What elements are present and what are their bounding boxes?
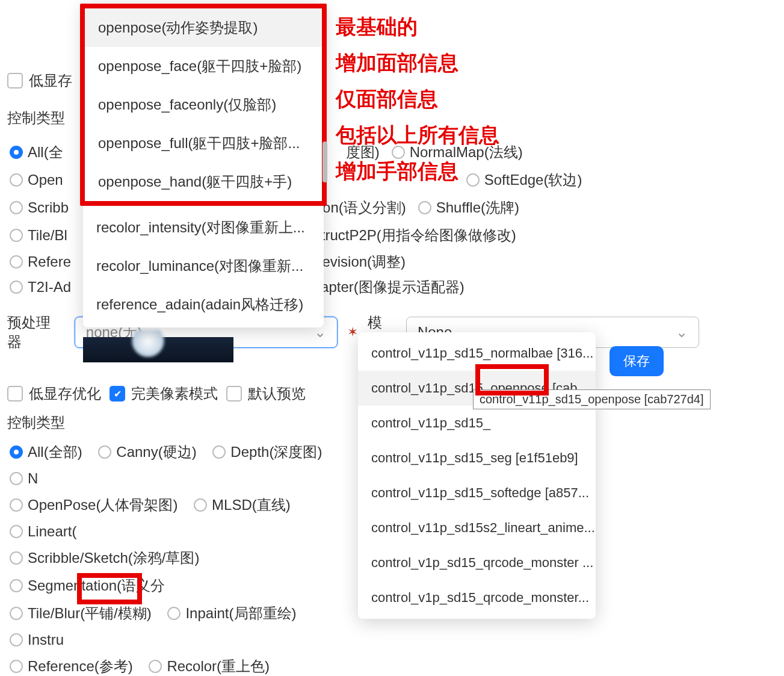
- radio-label: Shuffle(洗牌): [436, 198, 519, 217]
- dropdown-item[interactable]: control_v1p_sd15_qrcode_monster...: [358, 580, 596, 615]
- radio-label: Instru: [28, 631, 64, 648]
- spark-icon[interactable]: ✶: [347, 324, 358, 340]
- dropdown-item[interactable]: control_v1p_sd15_qrcode_monster ...: [358, 545, 596, 580]
- radio-tile-clip[interactable]: Tile/Bl: [10, 227, 67, 244]
- radio-shuffle[interactable]: Shuffle(洗牌): [418, 198, 519, 217]
- checkbox-box: ✔: [110, 386, 125, 402]
- radio-label: Inpaint(局部重绘): [185, 604, 296, 623]
- dropdown-item[interactable]: recolor_luminance(对图像重新...: [83, 247, 324, 285]
- radio-label: All(全部): [28, 442, 82, 462]
- dropdown-item[interactable]: openpose_faceonly(仅脸部): [85, 85, 322, 124]
- perfect-pixel-checkbox[interactable]: ✔ 完美像素模式: [110, 384, 218, 403]
- low-vram-checkbox[interactable]: 低显存: [7, 71, 72, 90]
- annotation: 包括以上所有信息: [336, 122, 499, 149]
- radio-label: Open: [28, 172, 63, 188]
- radio-n[interactable]: N: [10, 470, 38, 487]
- checkbox-label: 完美像素模式: [131, 384, 218, 403]
- annotation: 最基础的: [336, 13, 418, 41]
- radio-label: T2I-Ad: [28, 279, 71, 296]
- default-preview-checkbox[interactable]: 默认预览: [226, 384, 306, 403]
- radio-label: OpenPose(人体骨架图): [28, 495, 177, 515]
- radio-label: Scribb: [28, 199, 69, 216]
- preprocessor-dropdown[interactable]: openpose(动作姿势提取) openpose_face(躯干四肢+脸部) …: [83, 3, 324, 327]
- dropdown-item[interactable]: openpose_face(躯干四肢+脸部): [85, 47, 322, 85]
- radio-label: SoftEdge(软边): [484, 170, 582, 190]
- radio-all[interactable]: All(全: [10, 143, 63, 162]
- scrollbar[interactable]: [323, 141, 327, 182]
- radio-label: Recolor(重上色): [167, 657, 270, 676]
- radio-tail: tion(语义分割): [315, 198, 406, 217]
- checkbox-label: 低显存优化: [29, 384, 101, 403]
- radio-label: Lineart(: [28, 523, 76, 540]
- radio-label: MLSD(直线): [212, 495, 291, 515]
- radio-instruct[interactable]: Instru: [10, 631, 64, 648]
- radio-label: Depth(深度图): [230, 442, 322, 462]
- radio-all[interactable]: All(全部): [10, 442, 82, 462]
- annotation: 增加面部信息: [336, 49, 458, 77]
- checkbox-box: [7, 386, 23, 402]
- radio-label: InstructP2P(用指令给图像做修改): [302, 226, 516, 245]
- radio-canny[interactable]: Canny(硬边): [98, 442, 196, 462]
- radio-tail: apter(图像提示适配器): [321, 278, 465, 297]
- radio-scribble[interactable]: Scribble/Sketch(涂鸦/草图): [10, 548, 199, 568]
- dropdown-item[interactable]: openpose_hand(躯干四肢+手): [85, 163, 322, 201]
- model-dropdown[interactable]: control_v11p_sd15_normalbae [316... cont…: [358, 332, 596, 619]
- radio-softedge[interactable]: SoftEdge(软边): [466, 170, 582, 190]
- annotation: 仅面部信息: [336, 85, 438, 113]
- radio-reference[interactable]: Reference(参考): [10, 657, 133, 676]
- dropdown-item[interactable]: control_v11p_sd15_normalbae [316...: [358, 336, 596, 371]
- dropdown-item[interactable]: control_v11p_sd15s2_lineart_anime...: [358, 510, 596, 545]
- radio-reference-clip[interactable]: Refere: [10, 253, 71, 270]
- radio-t2i-clip[interactable]: T2I-Ad: [10, 279, 71, 296]
- radio-mlsd[interactable]: MLSD(直线): [194, 495, 291, 515]
- radio-segmentation[interactable]: Segmentation(语义分: [10, 576, 165, 595]
- radio-label: Reference(参考): [28, 657, 133, 676]
- dropdown-item[interactable]: control_v11p_sd15_seg [e1f51eb9]: [358, 441, 596, 476]
- preprocessor-label: 预处理器: [7, 313, 65, 352]
- tooltip: control_v11p_sd15_openpose [cab727d4]: [473, 389, 711, 409]
- radio-label: Tile/Bl: [28, 227, 67, 244]
- radio-label: N: [28, 470, 38, 487]
- radio-label: Canny(硬边): [116, 442, 196, 462]
- radio-label: All(全: [28, 143, 63, 162]
- radio-recolor[interactable]: Recolor(重上色): [149, 657, 270, 676]
- radio-openpose-clip[interactable]: Open: [10, 172, 63, 188]
- radio-label: Tile/Blur(平铺/模糊): [28, 604, 152, 623]
- radio-label: Segmentation(语义分: [28, 576, 165, 595]
- preview-thumbnail: [83, 337, 233, 362]
- radio-tile[interactable]: Tile/Blur(平铺/模糊): [10, 604, 152, 623]
- radio-label: Scribble/Sketch(涂鸦/草图): [28, 548, 199, 568]
- chevron-down-icon: ⌄: [676, 324, 688, 341]
- radio-inpaint[interactable]: Inpaint(局部重绘): [167, 604, 296, 623]
- radio-label: Refere: [28, 253, 71, 270]
- dropdown-item[interactable]: recolor_intensity(对图像重新上...: [83, 208, 324, 247]
- checkbox-box: [7, 73, 23, 88]
- radio-scribble-clip[interactable]: Scribb: [10, 199, 69, 216]
- dropdown-item[interactable]: control_v11p_sd15_softedge [a857...: [358, 476, 596, 510]
- checkbox-label: 默认预览: [248, 384, 306, 403]
- radio-openpose[interactable]: OpenPose(人体骨架图): [10, 495, 177, 515]
- checkbox-box: [226, 386, 242, 402]
- low-vram-opt-checkbox[interactable]: 低显存优化: [7, 384, 101, 403]
- radio-tail: Revision(调整): [312, 252, 406, 271]
- checkbox-label: 低显存: [29, 71, 72, 90]
- dropdown-item[interactable]: control_v11p_sd15_: [358, 406, 596, 441]
- dropdown-item[interactable]: openpose(动作姿势提取): [85, 8, 322, 47]
- radio-lineart[interactable]: Lineart(: [10, 523, 76, 540]
- radio-depth[interactable]: Depth(深度图): [212, 442, 322, 462]
- dropdown-item[interactable]: reference_adain(adain风格迁移): [83, 285, 324, 324]
- dropdown-item[interactable]: openpose_full(躯干四肢+脸部...: [85, 124, 322, 163]
- annotation: 增加手部信息: [336, 158, 458, 185]
